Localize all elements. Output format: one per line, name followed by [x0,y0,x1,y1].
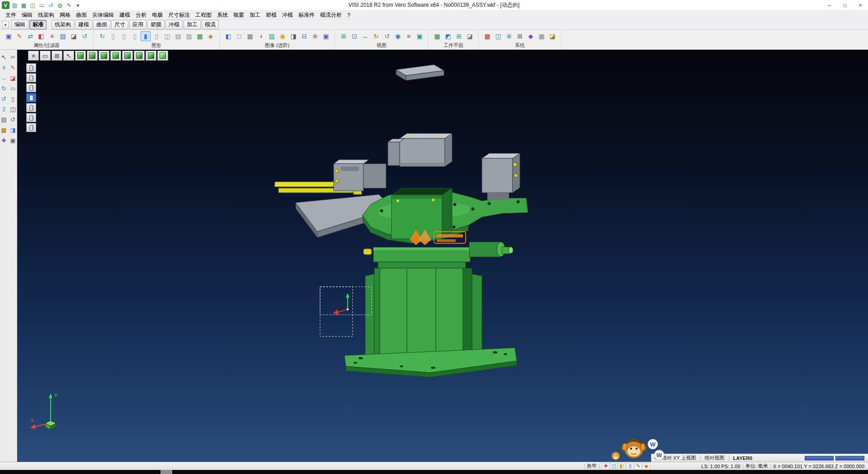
matrix-icon[interactable]: ▦ [537,31,547,41]
half-status-icon[interactable]: ◧ [618,463,626,469]
view-iso-rear-icon[interactable] [146,51,156,61]
menu-item[interactable]: 建模 [117,11,133,19]
calculator-icon[interactable]: ◪ [547,31,557,41]
workplane-grid-icon[interactable]: ▦ [432,31,442,41]
workplane-screen-icon[interactable]: ◩ [443,31,453,41]
print-icon[interactable]: ▭ [38,1,46,9]
open-file-icon[interactable]: ▦ [20,1,28,9]
graphics-settings-icon[interactable]: ◈ [206,31,216,41]
section-view-icon[interactable]: ⊟ [299,31,309,41]
monitor-icon[interactable]: ◫ [493,31,503,41]
tab-dropdown-button[interactable]: ▾ [2,21,9,28]
tab[interactable]: 模流 [202,20,219,29]
pencil-edit-icon[interactable]: ✎ [9,64,17,71]
tab[interactable]: 尺寸 [111,20,128,29]
workplane-reset-icon[interactable]: ◪ [465,31,475,41]
printer-icon[interactable]: ▤ [0,116,8,123]
page-grid-icon[interactable]: ▤ [173,31,183,41]
pencil-icon[interactable]: ✎ [65,1,73,9]
menu-item[interactable]: 系统 [214,11,231,19]
lighting-icon[interactable]: ◉ [278,31,288,41]
filter-button[interactable] [26,73,36,82]
layer-list-icon[interactable]: ≡ [28,51,39,61]
grid-snap-icon[interactable]: # [0,64,8,71]
view-left-icon[interactable] [110,51,121,61]
cross-status-icon[interactable]: ✚ [602,463,609,469]
save-icon[interactable]: ◫ [29,1,37,9]
menu-item[interactable]: 视窗 [231,11,247,19]
maximize-button[interactable]: □ [837,0,853,10]
view-dynamic-icon[interactable] [157,51,168,61]
color-palette-icon[interactable]: ▩ [482,31,492,41]
menu-item[interactable]: 标准件 [296,11,317,19]
render-icon[interactable]: ◑ [256,31,266,41]
close-button[interactable]: × [853,0,868,10]
texture-icon[interactable]: ▨ [267,31,277,41]
rotate-view-icon[interactable]: ↻ [371,31,381,41]
save-part-icon[interactable]: ◨ [9,126,17,133]
doc-status-icon[interactable]: ◫ [610,463,618,469]
page-blank-icon[interactable]: ▯ [108,31,118,41]
page-list-icon[interactable]: ▥ [184,31,194,41]
magnify-icon[interactable]: ⊕ [310,31,320,41]
menu-item[interactable]: 塑模 [263,11,279,19]
tab[interactable]: 加工 [184,20,201,29]
units-indicator[interactable]: 单位: 毫米 [745,463,768,469]
regen-icon[interactable]: ↺ [0,95,8,102]
dynamic-view-icon[interactable]: ◉ [393,31,403,41]
layer-indicator[interactable]: LAYER0 [733,455,752,461]
zoom-window-icon[interactable]: ⊡ [349,31,359,41]
floppy-icon[interactable]: ▣ [9,137,17,144]
menu-item[interactable]: 曲面 [73,11,90,19]
view-iso-icon[interactable] [134,51,145,61]
view-front-icon[interactable] [87,51,98,61]
tab[interactable]: 编辑 [11,20,28,29]
multi-view-icon[interactable]: ⊞ [52,51,62,61]
tab[interactable]: 塑膜 [147,20,165,29]
page-stack-icon[interactable]: ◫ [162,31,172,41]
pointer-icon[interactable]: ↖ [0,53,8,61]
screen-icon[interactable]: ◫ [9,105,17,113]
page-blank2-icon[interactable]: ▯ [119,31,129,41]
view-back-icon[interactable] [122,51,133,61]
transform-icon[interactable]: ↻ [0,85,8,92]
erase-icon[interactable]: ◪ [9,74,17,81]
palette-icon[interactable]: ▩ [0,126,8,133]
filter-button[interactable] [26,103,36,112]
filter-button[interactable] [26,123,36,132]
snap-settings-icon[interactable]: ◆ [526,31,536,41]
hidden-line-icon[interactable]: ▦ [245,31,255,41]
move-icon[interactable]: ↔ [0,74,8,81]
dim-2d-status-icon[interactable]: 2 [626,463,634,469]
wireframe-view-icon[interactable]: □ [234,31,244,41]
undo-icon[interactable]: ↺ [47,1,55,9]
pick-view-icon[interactable]: ↖ [63,51,74,61]
menu-item[interactable]: 文件 [3,11,19,19]
menu-item[interactable]: 分析 [133,11,149,19]
color-swatch[interactable] [805,456,834,460]
page-selected-icon[interactable]: ▮ [141,31,151,41]
cube-status-icon[interactable]: ◆ [642,463,650,469]
attribute-edit-icon[interactable]: ✎ [14,31,24,41]
menu-item[interactable]: 编辑 [19,11,35,19]
notes-icon[interactable]: ▭ [9,85,17,92]
tab[interactable]: 线架构 [52,20,74,29]
view-right-icon[interactable] [99,51,109,61]
shadow-icon[interactable]: ◨ [288,31,298,41]
scale-indicator[interactable]: LS: 1.00 PS: 1.00 [701,464,740,469]
new-file-icon[interactable]: ▤ [11,1,19,9]
menu-item[interactable]: 线架构 [35,11,57,19]
minimize-button[interactable]: – [822,0,837,10]
color-filter-icon[interactable]: ▨ [58,31,68,41]
menu-item[interactable]: ? [344,12,353,19]
menu-item[interactable]: 尺寸标注 [165,11,193,19]
absolute-view-label[interactable]: 绝对视图 [705,455,725,461]
view-orientation-label[interactable]: 绝对 XY 上视图 [662,455,696,461]
page-table-icon[interactable]: ▦ [195,31,205,41]
menu-item[interactable]: 电极 [149,11,165,19]
filter-button[interactable] [26,113,36,122]
blank-view-icon[interactable]: ▭ [40,51,51,61]
menu-item[interactable]: 冲模 [279,11,296,19]
menu-item[interactable]: 工程图 [193,11,214,19]
view-top-icon[interactable] [75,51,86,61]
